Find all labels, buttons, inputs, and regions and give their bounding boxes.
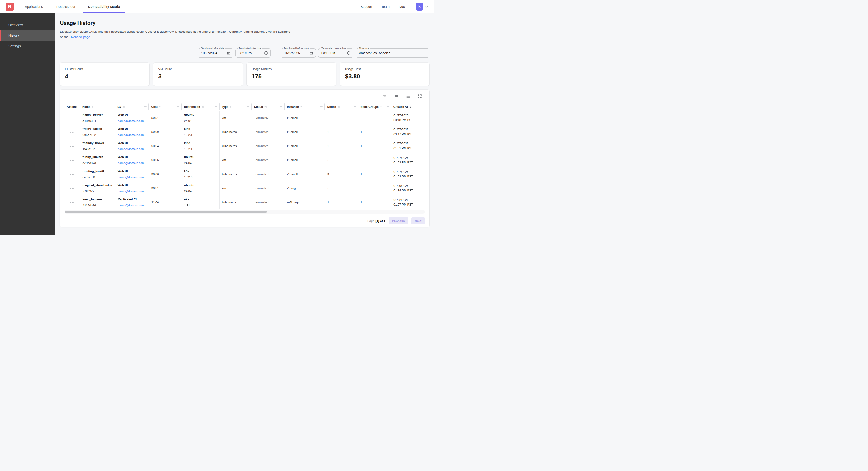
cell-cost: $0.54 — [149, 139, 182, 153]
cell-status: Terminated — [252, 139, 285, 153]
type-value: kubernetes — [222, 130, 249, 134]
terminated-before-time-field[interactable]: Terminated before time 03:19 PM — [318, 49, 353, 58]
stat-card-cluster-count: Cluster Count 4 — [60, 63, 149, 86]
created-date: 01/27/2025 — [394, 155, 423, 160]
row-actions-button[interactable] — [69, 201, 75, 204]
node-groups-value: 1 — [361, 201, 389, 204]
nav-link-docs[interactable]: Docs — [399, 5, 406, 8]
cost-value: $0.00 — [151, 130, 179, 134]
email-link[interactable]: name@domain.com — [118, 189, 145, 193]
horizontal-scrollbar[interactable] — [64, 210, 425, 214]
column-header-status[interactable]: Status — [252, 103, 285, 111]
column-header-name[interactable]: Name — [80, 103, 115, 111]
cell-nodes: 3 — [325, 167, 358, 181]
node-groups-value: 1 — [361, 130, 389, 134]
table-row: friendly_brown1f40a19eWeb UIname@domain.… — [64, 139, 425, 153]
column-menu-icon[interactable] — [177, 105, 180, 109]
tab-applications[interactable]: Applications — [19, 0, 49, 13]
cell-instance: r1.small — [285, 125, 325, 139]
sidebar-item-history[interactable]: History — [0, 30, 55, 40]
density-icon[interactable] — [405, 93, 411, 99]
field-label: Terminated after date — [200, 47, 225, 50]
clock-icon[interactable] — [345, 51, 351, 55]
cell-distribution: ubuntu24.04 — [182, 111, 220, 125]
fullscreen-icon[interactable] — [417, 93, 423, 99]
column-header-nodes[interactable]: Nodes — [325, 103, 358, 111]
column-menu-icon[interactable] — [144, 105, 147, 109]
field-value: 01/27/2025 — [284, 51, 300, 55]
overview-page-link[interactable]: Overview page — [69, 35, 90, 39]
terminated-after-time-field[interactable]: Terminated after time 03:19 PM — [236, 49, 271, 58]
status-badge: Terminated — [254, 116, 282, 119]
table-row: trusting_leavittcae5ea11Web UIname@domai… — [64, 167, 425, 181]
stat-value: 3 — [158, 73, 238, 80]
cell-actions — [64, 111, 80, 125]
row-actions-button[interactable] — [69, 145, 75, 148]
created-time: 01:03 PM PST — [394, 160, 423, 165]
column-header-distribution[interactable]: Distribution — [182, 103, 220, 111]
main-content: Usage History Displays prior clusters/VM… — [55, 13, 434, 235]
column-menu-icon[interactable] — [386, 105, 389, 109]
scrollbar-thumb[interactable] — [65, 211, 267, 213]
row-actions-button[interactable] — [69, 173, 75, 176]
timezone-select[interactable]: Timezone America/Los_Angeles — [356, 49, 429, 58]
column-menu-icon[interactable] — [214, 105, 218, 109]
tab-compatibility-matrix[interactable]: Compatibility Matrix — [82, 0, 126, 13]
column-header-label: Type — [222, 105, 228, 109]
row-actions-button[interactable] — [69, 158, 75, 162]
nav-link-team[interactable]: Team — [381, 5, 389, 8]
cell-instance: r1.small — [285, 167, 325, 181]
created-time: 01:07 PM PST — [394, 202, 423, 207]
account-menu-button[interactable]: K — [415, 3, 429, 10]
distribution-name: ubuntu — [184, 155, 217, 159]
previous-page-button[interactable]: Previous — [389, 217, 408, 225]
created-time: 03:17 PM PST — [394, 132, 423, 137]
column-menu-icon[interactable] — [320, 105, 323, 109]
column-header-instance[interactable]: Instance — [285, 103, 325, 111]
row-actions-button[interactable] — [69, 116, 75, 120]
email-link[interactable]: name@domain.com — [118, 133, 145, 137]
tab-troubleshoot[interactable]: Troubleshoot — [49, 0, 82, 13]
filter-icon[interactable] — [382, 93, 387, 99]
column-header-type[interactable]: Type — [220, 103, 252, 111]
cell-instance: r1.small — [285, 139, 325, 153]
email-link[interactable]: name@domain.com — [118, 175, 145, 179]
clock-icon[interactable] — [262, 51, 268, 55]
sidebar-item-settings[interactable]: Settings — [0, 40, 55, 51]
app-logo[interactable]: R — [5, 3, 14, 11]
column-header-cost[interactable]: Cost — [149, 103, 182, 111]
next-page-button[interactable]: Next — [411, 217, 425, 225]
cell-by: Replicated CLIname@domain.com — [115, 195, 149, 209]
email-link[interactable]: name@domain.com — [118, 161, 145, 165]
instance-value: m6i.large — [287, 201, 322, 204]
cell-by: Web UIname@domain.com — [115, 167, 149, 181]
column-header-label: Status — [254, 105, 263, 109]
column-header-by[interactable]: By — [115, 103, 149, 111]
cost-value: $0.54 — [151, 144, 179, 148]
nav-link-support[interactable]: Support — [361, 5, 372, 8]
cell-by: Web UIname@domain.com — [115, 139, 149, 153]
column-menu-icon[interactable] — [247, 105, 250, 109]
email-link[interactable]: name@domain.com — [118, 119, 145, 123]
email-link[interactable]: name@domain.com — [118, 204, 145, 207]
created-date: 01/27/2025 — [394, 141, 423, 146]
sidebar-item-overview[interactable]: Overview — [0, 19, 55, 30]
column-header-created-at[interactable]: Created At — [391, 103, 425, 111]
calendar-icon[interactable] — [225, 51, 230, 55]
field-label: Timezone — [358, 47, 370, 50]
email-link[interactable]: name@domain.com — [118, 147, 145, 151]
column-menu-icon[interactable] — [280, 105, 283, 109]
cell-distribution: ubuntu24.04 — [182, 181, 220, 195]
row-actions-button[interactable] — [69, 130, 75, 134]
terminated-before-date-field[interactable]: Terminated before date 01/27/2025 — [281, 49, 316, 58]
row-actions-button[interactable] — [69, 187, 75, 190]
cell-node-groups: 1 — [358, 167, 391, 181]
column-menu-icon[interactable] — [353, 105, 356, 109]
sort-arrows-icon — [159, 105, 162, 109]
columns-icon[interactable] — [394, 93, 399, 99]
cluster-name: funny_lumiere — [83, 155, 113, 159]
calendar-icon[interactable] — [308, 51, 313, 55]
cell-actions — [64, 195, 80, 209]
terminated-after-date-field[interactable]: Terminated after date 10/27/2024 — [198, 49, 233, 58]
column-header-node-groups[interactable]: Node Groups — [358, 103, 391, 111]
